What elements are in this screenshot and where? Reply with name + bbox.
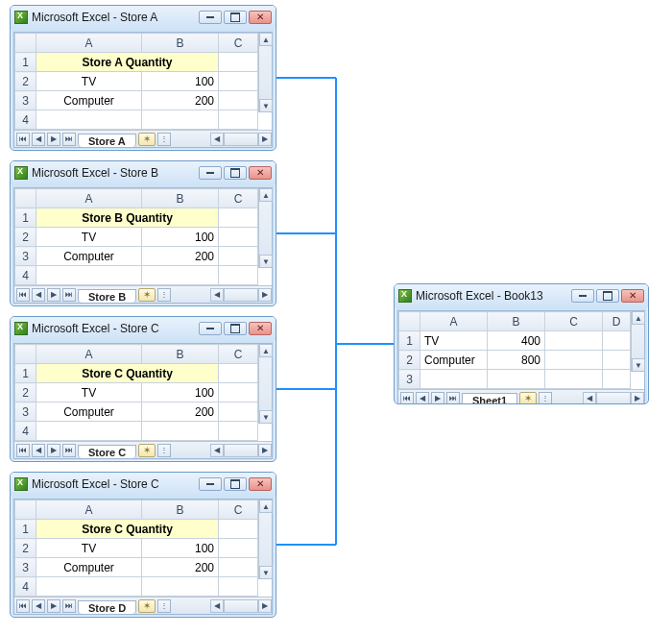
minimize-button[interactable] — [199, 322, 222, 335]
merged-header-cell[interactable]: Store B Quantity — [36, 208, 219, 228]
scroll-up-icon[interactable]: ▲ — [259, 33, 273, 46]
maximize-button[interactable] — [596, 289, 619, 303]
scroll-left-icon[interactable]: ◀ — [583, 392, 596, 405]
scroll-down-icon[interactable]: ▼ — [259, 255, 273, 268]
row-header[interactable]: 2 — [399, 351, 420, 370]
tab-nav-last[interactable]: ⏭ — [446, 392, 460, 405]
col-header-c[interactable]: C — [219, 500, 258, 520]
row-header[interactable]: 1 — [15, 520, 36, 539]
row-header[interactable]: 3 — [399, 370, 420, 389]
tab-nav-last[interactable]: ⏭ — [62, 133, 76, 146]
cell-empty[interactable] — [219, 558, 258, 577]
scroll-left-icon[interactable]: ◀ — [210, 133, 224, 146]
vertical-scrollbar[interactable]: ▲ ▼ — [258, 33, 272, 112]
close-button[interactable] — [249, 322, 272, 335]
cell[interactable]: 100 — [142, 383, 219, 402]
col-header-c[interactable]: C — [219, 345, 258, 364]
cell-empty[interactable] — [545, 370, 603, 389]
cell-empty[interactable] — [219, 247, 258, 266]
maximize-button[interactable] — [224, 322, 247, 335]
cell-empty[interactable] — [142, 422, 219, 441]
cell[interactable]: 100 — [142, 228, 219, 247]
row-header[interactable]: 1 — [15, 364, 36, 383]
scroll-left-icon[interactable]: ◀ — [210, 599, 224, 613]
scroll-up-icon[interactable]: ▲ — [632, 311, 645, 325]
cell[interactable]: Computer — [36, 247, 142, 266]
tab-nav-last[interactable]: ⏭ — [62, 288, 76, 302]
tab-nav-prev[interactable]: ◀ — [32, 599, 45, 613]
spreadsheet-grid[interactable]: A B C 1 Store B Quantity 2 TV 100 3 Comp… — [14, 188, 258, 285]
cell-empty[interactable] — [36, 577, 142, 597]
new-sheet-button[interactable]: ✶ — [138, 133, 156, 146]
horizontal-scrollbar[interactable]: ◀ ▶ — [210, 444, 272, 457]
row-header[interactable]: 3 — [15, 558, 36, 577]
cell-empty[interactable] — [545, 351, 603, 370]
col-header-b[interactable]: B — [142, 500, 219, 520]
cell-empty[interactable] — [219, 266, 258, 285]
sheet-tab-active[interactable]: Store B — [78, 289, 136, 303]
cell-empty[interactable] — [219, 208, 258, 228]
cell-empty[interactable] — [219, 53, 258, 72]
select-all-corner[interactable] — [399, 312, 420, 331]
cell-empty[interactable] — [603, 331, 631, 351]
row-header[interactable]: 1 — [399, 331, 420, 351]
close-button[interactable] — [621, 289, 644, 303]
row-header[interactable]: 1 — [15, 208, 36, 228]
vertical-scrollbar[interactable]: ▲ ▼ — [258, 500, 272, 579]
cell-empty[interactable] — [219, 577, 258, 597]
vertical-scrollbar[interactable]: ▲ ▼ — [258, 344, 272, 424]
cell-empty[interactable] — [36, 266, 142, 285]
scroll-up-icon[interactable]: ▲ — [259, 500, 273, 513]
tab-nav-last[interactable]: ⏭ — [62, 444, 76, 457]
cell[interactable]: 100 — [142, 539, 219, 558]
merged-header-cell[interactable]: Store C Quantity — [36, 520, 219, 539]
tab-nav-prev[interactable]: ◀ — [32, 133, 45, 146]
close-button[interactable] — [249, 11, 272, 24]
tab-nav-next[interactable]: ▶ — [47, 288, 60, 302]
close-button[interactable] — [249, 166, 272, 180]
col-header-a[interactable]: A — [36, 189, 142, 208]
cell[interactable]: 200 — [142, 402, 219, 422]
cell[interactable]: 100 — [142, 72, 219, 91]
cell[interactable]: Computer — [420, 351, 488, 370]
scroll-down-icon[interactable]: ▼ — [259, 566, 273, 579]
cell-empty[interactable] — [219, 422, 258, 441]
tab-split-handle[interactable]: ⋮ — [157, 444, 171, 457]
cell-empty[interactable] — [488, 370, 545, 389]
new-sheet-button[interactable]: ✶ — [138, 288, 156, 302]
col-header-b[interactable]: B — [142, 345, 219, 364]
cell[interactable]: TV — [36, 539, 142, 558]
spreadsheet-grid[interactable]: A B C 1 Store A Quantity 2 TV 100 3 Comp… — [14, 33, 258, 130]
maximize-button[interactable] — [224, 166, 247, 180]
tab-split-handle[interactable]: ⋮ — [157, 133, 171, 146]
tab-split-handle[interactable]: ⋮ — [157, 599, 171, 613]
cell[interactable]: TV — [36, 383, 142, 402]
col-header-a[interactable]: A — [36, 34, 142, 53]
cell-empty[interactable] — [219, 402, 258, 422]
merged-header-cell[interactable]: Store A Quantity — [36, 53, 219, 72]
vertical-scrollbar[interactable]: ▲ ▼ — [258, 188, 272, 268]
row-header[interactable]: 2 — [15, 228, 36, 247]
vertical-scrollbar[interactable]: ▲ ▼ — [631, 311, 644, 372]
titlebar[interactable]: Microsoft Excel - Store B — [11, 161, 276, 184]
row-header[interactable]: 2 — [15, 383, 36, 402]
row-header[interactable]: 2 — [15, 72, 36, 91]
col-header-a[interactable]: A — [420, 312, 488, 331]
cell-empty[interactable] — [219, 520, 258, 539]
minimize-button[interactable] — [199, 477, 222, 491]
cell-empty[interactable] — [36, 110, 142, 130]
select-all-corner[interactable] — [15, 189, 36, 208]
row-header[interactable]: 4 — [15, 422, 36, 441]
sheet-tab-active[interactable]: Store D — [78, 600, 136, 614]
row-header[interactable]: 2 — [15, 539, 36, 558]
tab-split-handle[interactable]: ⋮ — [539, 392, 552, 405]
scroll-down-icon[interactable]: ▼ — [259, 410, 273, 424]
row-header[interactable]: 4 — [15, 577, 36, 597]
scroll-up-icon[interactable]: ▲ — [259, 188, 273, 202]
minimize-button[interactable] — [199, 166, 222, 180]
new-sheet-button[interactable]: ✶ — [519, 392, 537, 405]
tab-nav-next[interactable]: ▶ — [431, 392, 444, 405]
cell[interactable]: TV — [36, 228, 142, 247]
titlebar[interactable]: Microsoft Excel - Store C — [11, 317, 276, 340]
sheet-tab-active[interactable]: Sheet1 — [462, 393, 517, 405]
